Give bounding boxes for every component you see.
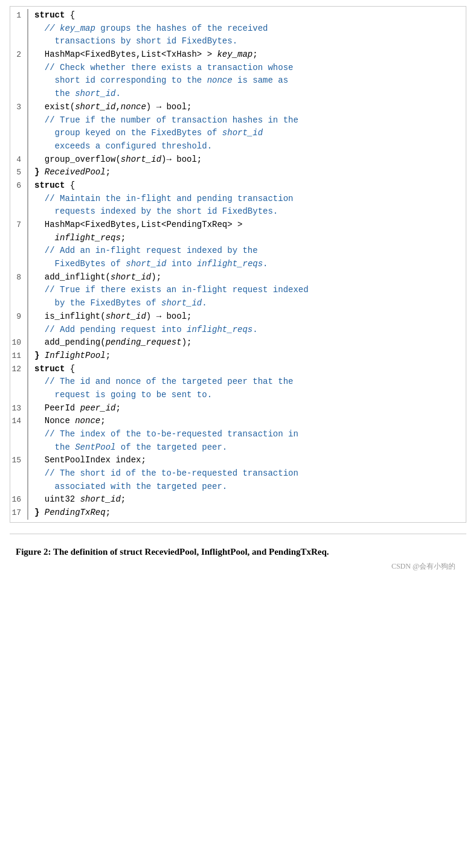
comment-line2: the SentPool of the targeted peer. (34, 441, 466, 455)
line-number: 12 (10, 363, 27, 375)
line-content: SentPoolIndex index; (27, 454, 466, 467)
comment-maintain: // Maintain the in-flight and pending tr… (10, 193, 466, 219)
comment-true: // True if the number of transaction has… (10, 114, 466, 153)
line-number-blank (10, 244, 27, 245)
line-content: struct { (27, 363, 466, 376)
line-number: 6 (10, 179, 27, 192)
comment-content: // The id and nonce of the targeted peer… (27, 375, 466, 401)
line-number-blank (10, 193, 27, 193)
keyword-struct: struct (34, 10, 65, 20)
comment-content: // key_map groups the hashes of the rece… (27, 22, 466, 48)
keyword-close: } (34, 167, 39, 177)
comment-line: // The index of the to-be-requested tran… (34, 428, 466, 441)
line-number-blank (10, 375, 27, 376)
keyword-close3: } (34, 508, 39, 517)
comment-content: // Add an in-flight request indexed by t… (27, 244, 466, 270)
line-number-blank (10, 62, 27, 62)
line-number-blank (10, 428, 27, 429)
code-line-15: 15 SentPoolIndex index; (10, 454, 466, 467)
line-number-blank (10, 284, 27, 284)
comment-content: // True if there exists an in-flight req… (27, 284, 466, 310)
comment-line2: FixedBytes of short_id into inflight_req… (34, 258, 466, 271)
comment-line2: request is going to be sent to. (34, 389, 466, 402)
code-line-2: 2 HashMap<FixedBytes,List<TxHash> > key_… (10, 48, 466, 62)
line-number: 8 (10, 271, 27, 284)
line-number: 9 (10, 310, 27, 323)
comment-line: // True if the number of transaction has… (34, 114, 466, 127)
comment-line: // Add an in-flight request indexed by t… (34, 244, 466, 258)
line-number-blank (10, 22, 27, 23)
comment-line2: requests indexed by the short id FixedBy… (34, 205, 466, 219)
code-line-3: 3 exist(short_id,nonce) → bool; (10, 101, 466, 114)
comment-check: // Check whether there exists a transact… (10, 62, 466, 101)
line-content: uint32 short_id; (27, 493, 466, 506)
keyword-struct2: struct (34, 180, 65, 190)
line-content: group_overflow(short_id)→ bool; (27, 153, 466, 167)
comment-line2: group keyed on the FixedBytes of short_i… (34, 127, 466, 140)
line-content: } PendingTxReq; (27, 506, 466, 520)
code-line-10: 10 add_pending(pending_request); (10, 336, 466, 349)
comment-line2: transactions by short id FixedBytes. (34, 35, 466, 48)
code-block: 1 struct { // key_map groups the hashes … (10, 6, 466, 523)
line-number: 2 (10, 48, 27, 61)
line-number: 4 (10, 153, 27, 166)
line-number: 16 (10, 493, 27, 506)
code-line-13: 13 PeerId peer_id; (10, 402, 466, 415)
comment-line: // The short id of the to-be-requested t… (34, 467, 466, 480)
line-number: 17 (10, 506, 27, 519)
comment-line: // Add pending request into inflight_req… (34, 324, 466, 337)
line-content: HashMap<FixedBytes,List<PendingTxReq> > … (27, 219, 466, 244)
caption-bold: Figure 2: The definition of struct Recev… (16, 547, 329, 557)
code-line-1: 1 struct { (10, 9, 466, 22)
comment-content: // Check whether there exists a transact… (27, 62, 466, 101)
comment-content: // The index of the to-be-requested tran… (27, 428, 466, 454)
line-content: } InflightPool; (27, 349, 466, 363)
comment-true-inflight: // True if there exists an in-flight req… (10, 284, 466, 310)
line-number: 15 (10, 454, 27, 467)
keyword-close2: } (34, 351, 39, 360)
comment-index: // The index of the to-be-requested tran… (10, 428, 466, 454)
code-line-4: 4 group_overflow(short_id)→ bool; (10, 153, 466, 167)
main-container: 1 struct { // key_map groups the hashes … (0, 0, 476, 590)
watermark: CSDN @会有小狗的 (16, 561, 460, 572)
comment-line: // True if there exists an in-flight req… (34, 284, 466, 297)
line-content: is_inflight(short_id) → bool; (27, 310, 466, 324)
line-content: struct { (27, 9, 466, 22)
comment-content: // True if the number of transaction has… (27, 114, 466, 153)
line-content: Nonce nonce; (27, 415, 466, 428)
comment-shortid: // The short id of the to-be-requested t… (10, 467, 466, 493)
line-number: 1 (10, 9, 27, 22)
line-content: add_pending(pending_request); (27, 336, 466, 349)
line-content: add_inflight(short_id); (27, 271, 466, 284)
comment-add-inflight: // Add an in-flight request indexed by t… (10, 244, 466, 270)
comment-content: // Add pending request into inflight_req… (27, 324, 466, 337)
line-number: 7 (10, 219, 27, 231)
line-number: 13 (10, 402, 27, 415)
line-content: struct { (27, 179, 466, 193)
comment-line2: short id corresponding to the nonce is s… (34, 74, 466, 88)
code-line-11: 11 } InflightPool; (10, 349, 466, 363)
line-number-blank (10, 467, 27, 468)
line-number: 10 (10, 336, 27, 349)
line-number: 11 (10, 349, 27, 362)
code-line-17: 17 } PendingTxReq; (10, 506, 466, 520)
line-number-blank (10, 324, 27, 324)
code-line-16: 16 uint32 short_id; (10, 493, 466, 506)
comment-line2: associated with the targeted peer. (34, 480, 466, 494)
comment-content: // Maintain the in-flight and pending tr… (27, 193, 466, 219)
comment-line: // key_map groups the hashes of the rece… (34, 22, 466, 36)
caption-text: Figure 2: The definition of struct Recev… (16, 545, 460, 559)
code-line-7: 7 HashMap<FixedBytes,List<PendingTxReq> … (10, 219, 466, 244)
comment-add-pending: // Add pending request into inflight_req… (10, 324, 466, 337)
code-line-8: 8 add_inflight(short_id); (10, 271, 466, 284)
keyword-struct3: struct (34, 364, 65, 374)
comment-line2: by the FixedBytes of short_id. (34, 297, 466, 310)
comment-id-nonce: // The id and nonce of the targeted peer… (10, 375, 466, 401)
comment-line: // Maintain the in-flight and pending tr… (34, 193, 466, 206)
comment-line: // Check whether there exists a transact… (34, 62, 466, 75)
comment-line3: the short_id. (34, 88, 466, 101)
line-content: HashMap<FixedBytes,List<TxHash> > key_ma… (27, 48, 466, 62)
code-line-12: 12 struct { (10, 363, 466, 376)
line-number: 5 (10, 166, 27, 179)
line-number: 14 (10, 415, 27, 427)
